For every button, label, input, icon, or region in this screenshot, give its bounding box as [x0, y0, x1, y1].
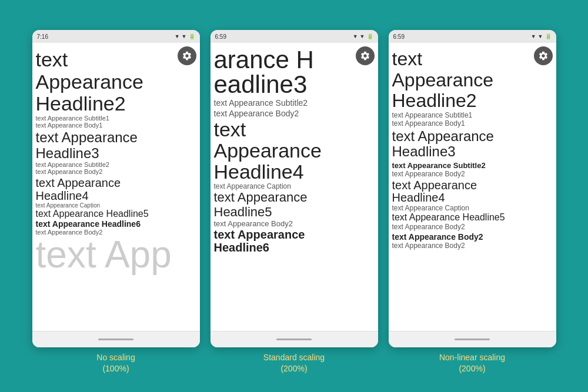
- headline1-text-1: textAppearanceHeadline2: [36, 49, 196, 115]
- large-text-1: text Appearance: [36, 236, 196, 280]
- phone-wrapper-1: 7:16 ▼ ▼ 🔋 textAppearanceHeadline2 text …: [32, 30, 200, 373]
- phone-2: 6:59 ▼ ▼ 🔋 arance Headline3 text Appeara…: [211, 30, 378, 347]
- body2c-text-3: text Appearance Body2: [392, 242, 553, 250]
- gear-button-1[interactable]: [178, 46, 196, 65]
- subtitle2-text-2: text Appearance Subtitle2: [214, 98, 375, 108]
- gear-icon-2: [360, 51, 370, 61]
- headline6-text-2: text AppearanceHeadline6: [214, 228, 375, 254]
- body2a-text-3: text Appearance Body2: [392, 170, 553, 178]
- status-icons-2: ▼ ▼ 🔋: [353, 33, 373, 39]
- gear-button-3[interactable]: [534, 46, 553, 65]
- bottom-bar-1: [32, 331, 200, 347]
- caption-text-3: text Appearance Caption: [392, 204, 553, 212]
- gear-icon-1: [182, 51, 192, 61]
- body2b-text-3: text Appearance Body2: [392, 223, 553, 231]
- headline-partial-2: arance Headline3: [214, 48, 375, 97]
- headline3-text-1: text AppearanceHeadline3: [36, 130, 196, 161]
- headline4-text-3: text AppearanceHeadline4: [392, 179, 553, 204]
- phone-content-2: arance Headline3 text Appearance Subtitl…: [211, 43, 378, 331]
- status-icons-1: ▼ ▼ 🔋: [175, 33, 195, 39]
- status-time-3: 6:59: [393, 33, 405, 40]
- gear-icon-3: [538, 51, 549, 61]
- headline5-text-1: text Appearance Headline5: [36, 209, 196, 219]
- headline4-text-1: text AppearanceHeadline4: [36, 176, 196, 202]
- phone-label-3: Non-linear scaling(200%): [439, 352, 505, 373]
- status-bar-3: 6:59 ▼ ▼ 🔋: [389, 30, 556, 43]
- status-time-1: 7:16: [37, 33, 48, 40]
- body2b-text-2: text Appearance Body2: [214, 219, 375, 228]
- subtitle2-text-1: text Appearance Subtitle2: [36, 161, 196, 168]
- phone-3: 6:59 ▼ ▼ 🔋 textAppearanceHeadline2 text …: [389, 30, 556, 347]
- caption-text-2: text Appearance Caption: [214, 182, 375, 190]
- status-bar-2: 6:59 ▼ ▼ 🔋: [211, 30, 378, 43]
- body1-text-1: text Appearance Body1: [36, 122, 196, 129]
- gear-button-2[interactable]: [356, 46, 375, 65]
- subtitle1-text-1: text Appearance Subtitle1: [36, 115, 196, 122]
- phone-wrapper-3: 6:59 ▼ ▼ 🔋 textAppearanceHeadline2 text …: [389, 30, 556, 373]
- status-time-2: 6:59: [215, 33, 226, 40]
- text-appearance-2: textAppearanceHeadline4: [214, 119, 375, 182]
- headline6-text-3: text Appearance Body2: [392, 232, 553, 242]
- phone-1: 7:16 ▼ ▼ 🔋 textAppearanceHeadline2 text …: [32, 30, 200, 347]
- bottom-bar-2: [211, 331, 378, 347]
- subtitle2-bold-3: text Appearance Subtitle2: [392, 161, 553, 170]
- phone-label-2: Standard scaling(200%): [263, 352, 325, 373]
- body1-text-3: text Appearance Body1: [392, 119, 553, 128]
- body2-text-2: text Appearance Body2: [214, 109, 375, 118]
- headline1-text-3: textAppearanceHeadline2: [392, 49, 553, 111]
- bottom-bar-3: [389, 331, 556, 347]
- phone-label-1: No scaling(100%): [96, 352, 135, 373]
- bottom-line-2: [276, 339, 312, 340]
- body2b-text-1: text Appearance Body2: [36, 229, 196, 236]
- phone-wrapper-2: 6:59 ▼ ▼ 🔋 arance Headline3 text Appeara…: [211, 30, 378, 373]
- caption-text-1: text Appearance Caption: [36, 202, 196, 209]
- bottom-line-1: [98, 339, 133, 340]
- body2-text-1: text Appearance Body2: [36, 168, 196, 175]
- bottom-line-3: [455, 339, 490, 340]
- phones-container: 7:16 ▼ ▼ 🔋 textAppearanceHeadline2 text …: [26, 18, 562, 373]
- phone-content-1: textAppearanceHeadline2 text Appearance …: [32, 43, 200, 331]
- subtitle1-text-3: text Appearance Subtitle1: [392, 111, 553, 119]
- headline6-text-1: text Appearance Headline6: [36, 219, 196, 229]
- phone-content-3: textAppearanceHeadline2 text Appearance …: [389, 43, 556, 331]
- status-bar-1: 7:16 ▼ ▼ 🔋: [32, 30, 200, 43]
- headline3-text-3: text AppearanceHeadline3: [392, 129, 553, 160]
- status-icons-3: ▼ ▼ 🔋: [531, 33, 552, 39]
- headline5-text-3: text Appearance Headline5: [392, 212, 553, 223]
- headline5-text-2: text AppearanceHeadline5: [214, 190, 375, 219]
